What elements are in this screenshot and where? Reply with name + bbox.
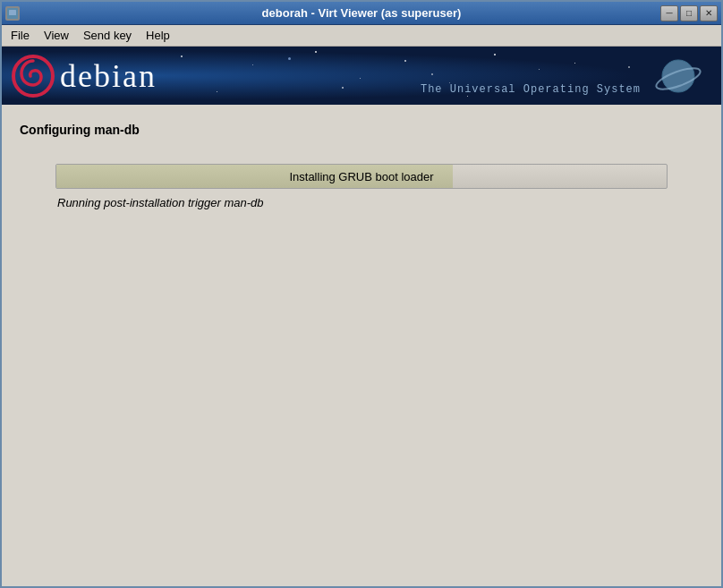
menu-send-key[interactable]: Send key bbox=[76, 27, 139, 44]
planet-icon bbox=[654, 54, 703, 102]
menu-help[interactable]: Help bbox=[139, 27, 177, 44]
status-text: Running post-installation trigger man-db bbox=[57, 196, 668, 209]
menu-view[interactable]: View bbox=[37, 27, 76, 44]
window-controls: ─ □ ✕ bbox=[660, 5, 718, 21]
menu-file[interactable]: File bbox=[4, 27, 37, 44]
progress-bar: Installing GRUB boot loader bbox=[55, 164, 668, 189]
debian-logo: debian bbox=[2, 54, 157, 98]
debian-brand-name: debian bbox=[60, 57, 157, 95]
config-title: Configuring man-db bbox=[20, 123, 703, 137]
maximize-button[interactable]: □ bbox=[680, 5, 698, 21]
progress-bar-label: Installing GRUB boot loader bbox=[289, 170, 433, 183]
window-title: deborah - Virt Viewer (as superuser) bbox=[0, 6, 723, 20]
debian-swirl-icon bbox=[11, 54, 55, 98]
close-button[interactable]: ✕ bbox=[700, 5, 718, 21]
title-bar: deborah - Virt Viewer (as superuser) ─ □… bbox=[2, 2, 721, 25]
title-bar-left bbox=[5, 6, 20, 21]
svg-rect-1 bbox=[9, 10, 16, 15]
main-content: Configuring man-db Installing GRUB boot … bbox=[2, 105, 721, 588]
debian-banner: debian The Universal Operating System bbox=[2, 47, 721, 105]
menu-bar: File View Send key Help bbox=[2, 25, 721, 47]
progress-bar-container: Installing GRUB boot loader Running post… bbox=[55, 164, 668, 209]
debian-tagline: The Universal Operating System bbox=[421, 83, 641, 96]
window: deborah - Virt Viewer (as superuser) ─ □… bbox=[0, 0, 723, 588]
app-icon bbox=[5, 6, 20, 21]
minimize-button[interactable]: ─ bbox=[660, 5, 678, 21]
